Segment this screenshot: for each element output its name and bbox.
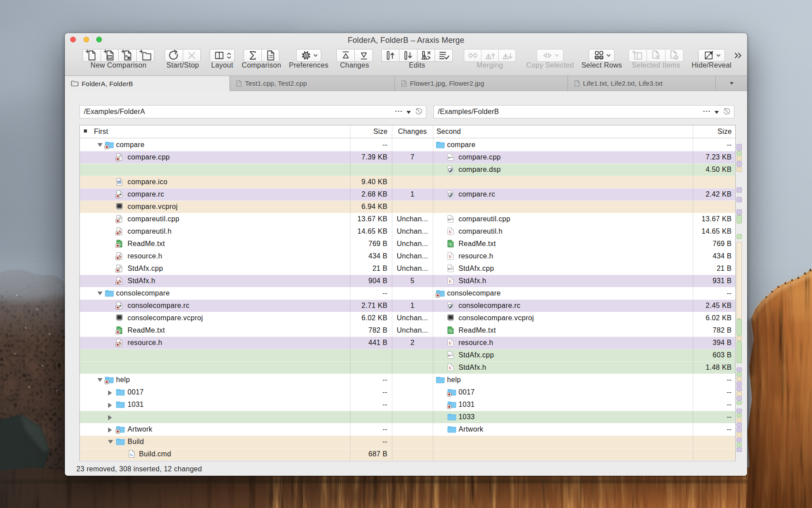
- change-map-block[interactable]: [737, 413, 742, 417]
- insert-after-button[interactable]: [399, 49, 417, 62]
- row-type-column-icon[interactable]: [83, 129, 87, 133]
- disclosure-closed-icon[interactable]: [108, 402, 112, 408]
- table-row[interactable]: hresource.h441 B2hresource.h394 B: [80, 337, 735, 349]
- right-path-browse-dots[interactable]: ···: [703, 105, 711, 118]
- change-map-block[interactable]: [737, 336, 742, 341]
- change-map-block[interactable]: [737, 391, 742, 396]
- left-path-browse-dots[interactable]: ···: [395, 105, 403, 118]
- new-folder-comparison-button[interactable]: [137, 49, 155, 62]
- change-map-block[interactable]: [737, 156, 742, 161]
- comparison-report-button[interactable]: [262, 49, 279, 62]
- change-map-block[interactable]: [737, 341, 742, 363]
- stop-comparison-button[interactable]: [183, 49, 201, 62]
- table-row[interactable]: 0017--0017--: [80, 386, 735, 398]
- select-rows-button[interactable]: [589, 49, 615, 62]
- change-map-block[interactable]: [737, 151, 742, 155]
- change-map-block[interactable]: [737, 438, 742, 442]
- table-row[interactable]: consolecompare.rc2.71 KB1consolecompare.…: [80, 299, 735, 312]
- table-row[interactable]: compareutil.cpp13.67 KBUnchan...ccompare…: [80, 213, 735, 225]
- table-row[interactable]: hresource.h434 BUnchan...hresource.h434 …: [80, 250, 735, 262]
- change-map-block[interactable]: [737, 161, 742, 167]
- table-row[interactable]: Build--: [80, 436, 735, 448]
- table-row[interactable]: 1033--: [80, 411, 735, 423]
- change-overview-strip[interactable]: [736, 140, 743, 459]
- discard-edits-button[interactable]: [417, 49, 435, 62]
- start-comparison-button[interactable]: [165, 49, 183, 62]
- change-map-block[interactable]: [737, 382, 742, 386]
- change-map-block[interactable]: [737, 432, 742, 437]
- change-map-block[interactable]: [737, 443, 742, 447]
- right-path-history-icon[interactable]: [722, 107, 731, 116]
- column-header-changes[interactable]: Changes: [392, 128, 433, 136]
- table-row[interactable]: hcompareutil.h14.65 KBUnchan...hcompareu…: [80, 225, 735, 238]
- change-map-block[interactable]: [737, 368, 742, 372]
- column-header-second[interactable]: Second: [436, 128, 461, 136]
- table-row[interactable]: ReadMe.txt782 BUnchan...ReadMe.txt782 B: [80, 324, 735, 337]
- tab-foldera[interactable]: FolderA, FolderB: [65, 76, 230, 91]
- left-path-history-icon[interactable]: [414, 107, 423, 116]
- table-row[interactable]: ReadMe.txt769 BUnchan...ReadMe.txt769 B: [80, 238, 735, 250]
- right-path-dropdown-icon[interactable]: [714, 111, 719, 114]
- table-row[interactable]: consolecompare--consolecompare--: [80, 287, 735, 299]
- table-row[interactable]: Build.cmd687 B: [80, 448, 735, 460]
- tab-overflow-button[interactable]: [716, 76, 747, 91]
- accept-edits-button[interactable]: [435, 49, 453, 62]
- layout-columns-button[interactable]: [210, 49, 235, 62]
- change-map-block[interactable]: [737, 377, 742, 381]
- change-map-block[interactable]: [737, 418, 742, 422]
- first-change-button[interactable]: [336, 49, 355, 62]
- table-row[interactable]: compare.cpp7.39 KB7ccompare.cpp7.23 KB: [80, 151, 735, 163]
- table-row[interactable]: Artwork--Artwork--: [80, 423, 735, 436]
- last-change-button[interactable]: [355, 49, 373, 62]
- disclosure-closed-icon[interactable]: [108, 415, 112, 421]
- disclosure-closed-icon[interactable]: [108, 427, 112, 433]
- new-binary-comparison-button[interactable]: 01: [101, 49, 119, 62]
- right-folder-path-field[interactable]: /Examples/FolderB ···: [433, 105, 734, 118]
- disclosure-open-icon[interactable]: [108, 440, 113, 444]
- gear-button[interactable]: [296, 49, 321, 62]
- change-map-block[interactable]: [737, 409, 742, 413]
- tab-life1-txt[interactable]: Life1.txt, Life2.txt, Life3.txt: [568, 76, 716, 91]
- table-row[interactable]: 1031--1031--: [80, 398, 735, 411]
- change-map-block[interactable]: [737, 215, 742, 224]
- table-row[interactable]: compare.dsp4.50 KB: [80, 163, 735, 176]
- change-map-block[interactable]: [737, 197, 742, 202]
- change-map-block[interactable]: [737, 387, 742, 391]
- table-row[interactable]: hStdAfx.h1.48 KB: [80, 361, 735, 374]
- insert-before-button[interactable]: [381, 49, 399, 62]
- change-map-block[interactable]: [737, 242, 742, 319]
- sigma-summary-button[interactable]: [244, 49, 262, 62]
- disclosure-open-icon[interactable]: [97, 291, 103, 296]
- change-map-block[interactable]: [737, 428, 742, 432]
- table-row[interactable]: compare--compare--: [80, 139, 735, 151]
- change-map-block[interactable]: [737, 319, 742, 336]
- column-header-first[interactable]: First: [94, 128, 108, 136]
- table-row[interactable]: StdAfx.cpp21 BUnchan...cStdAfx.cpp21 B: [80, 262, 735, 275]
- toolbar-overflow-button[interactable]: [734, 52, 743, 59]
- recompare-item-button[interactable]: [665, 49, 684, 62]
- change-map-block[interactable]: [737, 401, 742, 405]
- copy-selected-button[interactable]: [537, 49, 564, 62]
- change-map-block[interactable]: [737, 234, 742, 239]
- disclosure-open-icon[interactable]: [97, 378, 103, 382]
- disclosure-closed-icon[interactable]: [108, 390, 112, 396]
- table-row[interactable]: compare.ico9.40 KB: [80, 176, 735, 188]
- select-column-button[interactable]: [628, 49, 647, 62]
- merge-warning-down-button[interactable]: [499, 49, 516, 62]
- disclosure-open-icon[interactable]: [97, 143, 103, 147]
- table-row[interactable]: cStdAfx.cpp603 B: [80, 349, 735, 361]
- hide-reveal-button[interactable]: [698, 49, 725, 62]
- remove-item-button[interactable]: [647, 49, 665, 62]
- change-map-block[interactable]: [737, 187, 742, 193]
- merge-warning-up-button[interactable]: [481, 49, 499, 62]
- left-path-dropdown-icon[interactable]: [406, 111, 411, 114]
- column-header-size-left[interactable]: Size: [350, 128, 387, 136]
- change-map-block[interactable]: [737, 144, 742, 151]
- table-row[interactable]: help--help--: [80, 374, 735, 386]
- change-map-block[interactable]: [737, 423, 742, 427]
- tab-test1-cpp[interactable]: Test1.cpp, Test2.cpp: [230, 76, 395, 91]
- change-map-block[interactable]: [737, 447, 742, 452]
- merge-arrows-button[interactable]: [464, 49, 481, 62]
- table-row[interactable]: hStdAfx.h904 B5hStdAfx.h931 B: [80, 275, 735, 287]
- change-map-block[interactable]: [737, 209, 742, 215]
